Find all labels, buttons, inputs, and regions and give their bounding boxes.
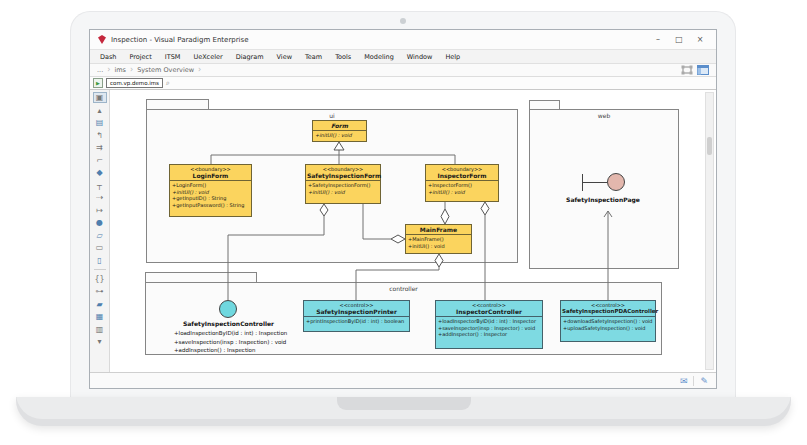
run-diagram-icon[interactable]: ▶: [93, 78, 103, 88]
class-safetyinspectionform-operations: +SafetyInspectionForm() +initUI() : void: [306, 181, 380, 196]
page-background: Inspection - Visual Paradigm Enterprise …: [0, 0, 807, 445]
diagram-canvas[interactable]: ui web controller: [110, 90, 716, 372]
breadcrumb-item-system-overview[interactable]: System Overview: [137, 66, 194, 74]
menu-item-view[interactable]: View: [277, 53, 292, 61]
scrollbar-thumb[interactable]: [707, 137, 712, 155]
document-tab[interactable]: com.vp.demo.ims: [106, 78, 163, 88]
tool-palette: ▣ ▴ ▤ ↰ ⇉ ⌐ ◆ ┬ ⇢ ↦ ● ▱ ▭ ▯ {} ⊶: [90, 90, 110, 372]
class-safetyinspectionprinter-operations: +printInspectionByID(id : int) : boolean: [304, 317, 409, 326]
operation: +downloadSafetyInspection() : void: [563, 318, 653, 325]
anchor-tool-icon[interactable]: ┬: [93, 180, 107, 191]
constraint-tool-icon[interactable]: {}: [93, 274, 107, 285]
menu-item-team[interactable]: Team: [305, 53, 322, 61]
title-bar: Inspection - Visual Paradigm Enterprise …: [90, 30, 716, 50]
class-loginform-header: <<boundary>> LoginForm: [170, 165, 251, 181]
operation: +initUI() : void: [308, 189, 378, 196]
laptop-bezel: Inspection - Visual Paradigm Enterprise …: [70, 11, 736, 398]
menu-item-uexceler[interactable]: UeXceler: [193, 53, 222, 61]
menu-item-help[interactable]: Help: [445, 53, 460, 61]
toolbar-divider: [94, 269, 106, 270]
association-tool-icon[interactable]: ↰: [93, 130, 107, 141]
class-name: SafetyInspectionPDAController: [562, 308, 654, 315]
menu-item-project[interactable]: Project: [130, 53, 152, 61]
window-title: Inspection - Visual Paradigm Enterprise: [111, 36, 645, 44]
maximize-button[interactable]: □: [671, 35, 687, 44]
class-safetyinspectionprinter[interactable]: <<control>> SafetyInspectionPrinter +pri…: [303, 300, 410, 332]
laptop-camera-dot: [400, 18, 406, 24]
decision-node-tool-icon[interactable]: ◆: [93, 167, 107, 178]
containment-tool-icon[interactable]: ⌐: [93, 155, 107, 166]
package-ui-tab: [146, 99, 209, 109]
directed-association-tool-icon[interactable]: ⇉: [93, 142, 107, 153]
class-safetyinspectionform-header: <<boundary>> SafetyInspectionForm: [306, 165, 380, 181]
main-row: ▣ ▴ ▤ ↰ ⇉ ⌐ ◆ ┬ ⇢ ↦ ● ▱ ▭ ▯ {} ⊶: [90, 90, 716, 372]
dependency-tool-icon[interactable]: ⇢: [93, 192, 107, 203]
class-inspectorform-header: <<boundary>> InspectorForm: [426, 165, 498, 181]
menu-item-window[interactable]: Window: [407, 53, 433, 61]
search-icon[interactable]: ⌕: [166, 79, 170, 87]
breadcrumb-item-ims[interactable]: ims: [114, 66, 126, 74]
class-safetyinspectionpdacontroller[interactable]: <<control>> SafetyInspectionPDAControlle…: [560, 300, 656, 342]
subsystem-tool-icon[interactable]: ▰: [93, 299, 107, 310]
cursor-tool-icon[interactable]: ▣: [93, 92, 107, 103]
menu-item-diagram[interactable]: Diagram: [236, 53, 264, 61]
fit-diagram-icon[interactable]: [681, 65, 693, 75]
app-window: Inspection - Visual Paradigm Enterprise …: [89, 29, 717, 389]
operation: +SafetyInspectionForm(): [308, 182, 378, 189]
panel-layout-icon[interactable]: [697, 65, 709, 75]
breadcrumb: ... › ims › System Overview ›: [90, 64, 716, 77]
class-inspectorform[interactable]: <<boundary>> InspectorForm +InspectorFor…: [425, 164, 499, 202]
class-name: LoginForm: [171, 172, 250, 179]
menu-item-modeling[interactable]: Modeling: [364, 53, 394, 61]
more-tools-icon[interactable]: ▾: [93, 336, 107, 347]
package-controller-tab: [145, 272, 257, 282]
class-name: Form: [314, 122, 365, 129]
menu-item-itsm[interactable]: ITSM: [165, 53, 181, 61]
package-web[interactable]: web: [529, 109, 679, 269]
class-name: InspectorForm: [427, 172, 497, 179]
operation: +loadInspectorByID(id : int) : Inspector: [438, 318, 540, 325]
use-case-tool-icon[interactable]: ●: [93, 217, 107, 228]
package-ui-label: ui: [147, 112, 517, 119]
mail-icon[interactable]: ✉: [680, 376, 688, 386]
realization-tool-icon[interactable]: ↦: [93, 205, 107, 216]
package-tool-icon[interactable]: ▱: [93, 230, 107, 241]
boundary-symbol-safetyinspectionpage[interactable]: [607, 173, 625, 191]
package-web-label: web: [530, 112, 678, 119]
minimize-button[interactable]: –: [650, 35, 666, 44]
menu-item-dash[interactable]: Dash: [100, 53, 117, 61]
operation: +loadInspectionByID(id : int) : Inspecti…: [174, 329, 304, 338]
frame-tool-icon[interactable]: ▭: [93, 242, 107, 253]
class-form-operations: +initUI() : void: [313, 131, 366, 140]
operation: +addInspector() : Inspector: [438, 331, 540, 338]
class-mainframe[interactable]: MainFrame +MainFrame() +initUI() : void: [405, 224, 472, 254]
operation: +saveInspection(insp : Inspection) : voi…: [174, 338, 304, 347]
table-tool-icon[interactable]: ▥: [93, 324, 107, 335]
breadcrumb-more-button[interactable]: ...: [97, 66, 103, 74]
class-inspectorcontroller-operations: +loadInspectorByID(id : int) : Inspector…: [436, 317, 542, 339]
class-tool-icon[interactable]: ▤: [93, 117, 107, 128]
pin-tool-icon[interactable]: ⊶: [93, 286, 107, 297]
class-mainframe-operations: +MainFrame() +initUI() : void: [406, 235, 471, 250]
class-inspectorcontroller[interactable]: <<control>> InspectorController +loadIns…: [435, 300, 543, 349]
document-tab-bar: ▶ com.vp.demo.ims ⌕: [90, 77, 716, 90]
chevron-separator-icon: ›: [130, 67, 133, 73]
class-form[interactable]: Form +initUI() : void: [312, 120, 367, 142]
matrix-tool-icon[interactable]: ▦: [93, 311, 107, 322]
close-button[interactable]: ×: [692, 35, 708, 44]
edit-note-icon[interactable]: ✎: [700, 376, 708, 386]
class-safetyinspectionform[interactable]: <<boundary>> SafetyInspectionForm +Safet…: [305, 164, 381, 204]
class-safetyinspectionpdacontroller-header: <<control>> SafetyInspectionPDAControlle…: [561, 301, 655, 317]
scroll-up-icon[interactable]: ▴: [93, 105, 107, 116]
operation: +initUI() : void: [315, 132, 364, 139]
class-inspectorform-operations: +InspectorForm() +initUI() : void: [426, 181, 498, 196]
class-mainframe-header: MainFrame: [406, 225, 471, 235]
note-tool-icon[interactable]: ▯: [93, 255, 107, 266]
class-name: MainFrame: [407, 226, 470, 233]
menu-item-tools[interactable]: Tools: [335, 53, 351, 61]
safetyinspectionpage-label: SafetyInspectionPage: [558, 196, 648, 203]
class-loginform[interactable]: <<boundary>> LoginForm +LoginForm() +ini…: [169, 164, 252, 217]
canvas-vertical-scrollbar[interactable]: [705, 92, 714, 370]
class-safetyinspectionprinter-header: <<control>> SafetyInspectionPrinter: [304, 301, 409, 317]
control-symbol-safetyinspectioncontroller[interactable]: [219, 300, 237, 318]
